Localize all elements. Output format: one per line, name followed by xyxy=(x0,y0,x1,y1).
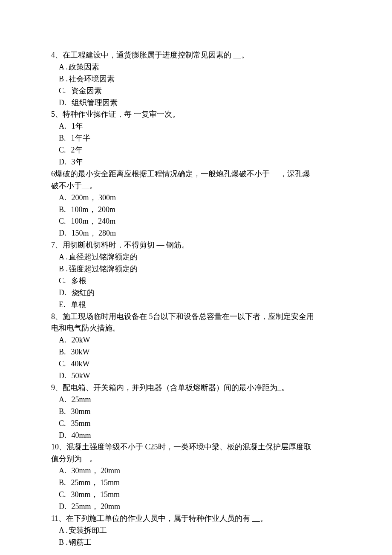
option-text: 40mm xyxy=(72,431,91,440)
options-list: A .安装拆卸工B .钢筋工 xyxy=(59,525,341,549)
question-stem: 6爆破的最小安全距离应根据工程情况确定，一般炮孔爆破不小于 __，深孔爆 xyxy=(51,168,341,180)
option-text: 150m， 280m xyxy=(72,229,116,237)
option-item: E.单根 xyxy=(59,299,341,311)
options-list: A.200m， 300mB.100m， 200mC.100m， 240mD.15… xyxy=(59,192,341,240)
option-label: B. xyxy=(59,348,66,356)
option-label: A . xyxy=(59,253,68,261)
option-text: 30mm xyxy=(71,407,91,416)
question-stem-text: 在工程建设中，通货膨胀属于进度控制常见因素的 __。 xyxy=(63,51,249,59)
option-item: D.50kW xyxy=(59,370,341,382)
question-11: 11、在下列施工单位的作业人员中，属于特种作业人员的有 __。A .安装拆卸工B… xyxy=(51,513,341,549)
option-text: 20kW xyxy=(72,336,90,344)
option-label: B. xyxy=(59,134,66,142)
question-stem-continuation: 值分别为__。 xyxy=(51,453,341,465)
question-stem: 5、特种作业操作证，每 一复审一次。 xyxy=(51,109,341,121)
option-item: A .安装拆卸工 xyxy=(59,525,341,537)
option-item: D.3年 xyxy=(59,156,341,168)
option-text: 30mm， 20mm xyxy=(72,466,121,475)
option-text: 钢筋工 xyxy=(69,538,92,546)
question-number: 4、 xyxy=(51,51,63,59)
question-5: 5、特种作业操作证，每 一复审一次。A.1年B.1年半C.2年D.3年 xyxy=(51,109,341,168)
question-stem-text: 爆破的最小安全距离应根据工程情况确定，一般炮孔爆破不小于 __，深孔爆 xyxy=(55,170,310,178)
option-label: A. xyxy=(59,122,66,130)
question-6: 6爆破的最小安全距离应根据工程情况确定，一般炮孔爆破不小于 __，深孔爆破不小于… xyxy=(51,168,341,239)
option-text: 社会环境因素 xyxy=(69,75,115,83)
option-item: D.烧红的 xyxy=(59,287,341,299)
option-item: B.30mm xyxy=(59,406,341,418)
question-stem-text: 用切断机切料时，不得剪切 — 钢筋。 xyxy=(63,241,189,249)
question-number: 8、 xyxy=(51,312,63,321)
option-item: A.25mm xyxy=(59,394,341,406)
option-item: B.1年半 xyxy=(59,132,341,144)
option-text: 1年 xyxy=(72,122,83,130)
option-text: 100m， 240m xyxy=(71,217,116,225)
option-text: 多根 xyxy=(71,276,86,285)
option-text: 烧红的 xyxy=(72,288,95,297)
option-text: 100m， 200m xyxy=(71,205,116,214)
option-label: D. xyxy=(59,229,66,237)
option-text: 25mm xyxy=(72,395,91,404)
option-label: B . xyxy=(59,538,68,546)
option-text: 50kW xyxy=(72,371,90,380)
option-item: B.100m， 200m xyxy=(59,204,341,216)
option-label: B. xyxy=(59,205,66,214)
option-label: C. xyxy=(59,276,66,285)
question-10: 10、混凝土强度等级不小于 C25时，一类环境中梁、板的混凝土保护层厚度取值分别… xyxy=(51,441,341,512)
option-item: A.200m， 300m xyxy=(59,192,341,204)
question-stem-text: 施工现场临时用电设备在 5台以下和设备总容量在一以下者，应制定安全用 xyxy=(63,312,314,321)
option-label: B . xyxy=(59,265,68,273)
question-stem-text: 特种作业操作证，每 一复审一次。 xyxy=(63,110,180,118)
option-item: B .社会环境因素 xyxy=(59,73,341,85)
options-list: A.20kWB.30kWC.40kWD.50kW xyxy=(59,334,341,382)
option-text: 30kW xyxy=(71,348,90,356)
options-list: A .直径超过铭牌额定的B .强度超过铭牌额定的C.多根D.烧红的E.单根 xyxy=(59,251,341,311)
option-item: D.25mm， 20mm xyxy=(59,501,341,513)
option-label: A. xyxy=(59,395,66,404)
option-item: B .钢筋工 xyxy=(59,537,341,549)
option-label: C. xyxy=(59,490,66,499)
option-item: C.2年 xyxy=(59,144,341,156)
option-item: A.1年 xyxy=(59,121,341,132)
question-number: 11、 xyxy=(51,514,66,523)
options-list: A.1年B.1年半C.2年D.3年 xyxy=(59,121,341,168)
option-text: 25mm， 15mm xyxy=(71,478,120,487)
option-label: C. xyxy=(59,146,66,154)
option-text: 2年 xyxy=(71,146,83,154)
option-label: A . xyxy=(59,63,68,71)
option-item: D.组织管理因素 xyxy=(59,97,341,109)
option-label: D. xyxy=(59,98,66,107)
option-label: A. xyxy=(59,193,66,202)
option-label: B. xyxy=(59,478,66,487)
option-label: A. xyxy=(59,336,66,344)
option-item: A.20kW xyxy=(59,334,341,346)
question-8: 8、施工现场临时用电设备在 5台以下和设备总容量在一以下者，应制定安全用电和电气… xyxy=(51,311,341,382)
option-label: D. xyxy=(59,431,66,440)
option-text: 单根 xyxy=(71,300,86,309)
option-item: C.40kW xyxy=(59,358,341,370)
option-label: C. xyxy=(59,86,66,95)
option-item: C.100m， 240m xyxy=(59,216,341,227)
option-item: A .直径超过铭牌额定的 xyxy=(59,251,341,263)
option-item: D.40mm xyxy=(59,430,341,442)
question-number: 9、 xyxy=(51,383,63,392)
option-label: D. xyxy=(59,158,66,166)
option-label: C. xyxy=(59,419,66,428)
question-stem: 4、在工程建设中，通货膨胀属于进度控制常见因素的 __。 xyxy=(51,49,341,61)
question-stem-continuation: 破不小于__。 xyxy=(51,180,341,192)
questions-list: 4、在工程建设中，通货膨胀属于进度控制常见因素的 __。A .政策因素B .社会… xyxy=(51,49,341,548)
option-text: 40kW xyxy=(71,359,90,368)
question-number: 7、 xyxy=(51,241,63,249)
option-item: B.30kW xyxy=(59,346,341,358)
option-text: 资金因素 xyxy=(71,86,102,95)
question-number: 6 xyxy=(51,170,55,178)
option-text: 30mm， 15mm xyxy=(71,490,120,499)
option-text: 200m， 300m xyxy=(72,193,116,202)
option-item: A .政策因素 xyxy=(59,61,341,73)
option-label: E. xyxy=(59,300,66,309)
option-item: C.35mm xyxy=(59,418,341,430)
question-stem: 11、在下列施工单位的作业人员中，属于特种作业人员的有 __。 xyxy=(51,513,341,525)
options-list: A .政策因素B .社会环境因素C.资金因素D.组织管理因素 xyxy=(59,61,341,109)
question-7: 7、用切断机切料时，不得剪切 — 钢筋。A .直径超过铭牌额定的B .强度超过铭… xyxy=(51,239,341,311)
question-number: 10、 xyxy=(51,443,66,451)
document-page: 4、在工程建设中，通货膨胀属于进度控制常见因素的 __。A .政策因素B .社会… xyxy=(0,0,392,555)
